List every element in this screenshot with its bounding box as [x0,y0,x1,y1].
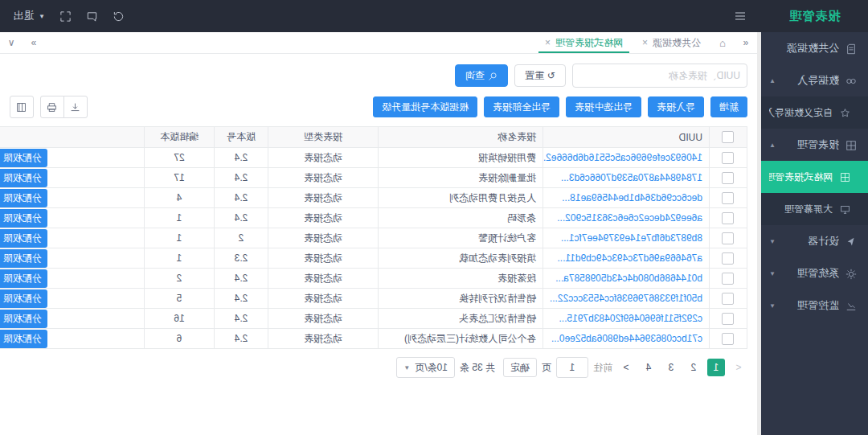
assign-permission-button[interactable]: 分配权限 [0,289,47,308]
fullscreen-icon[interactable] [59,10,72,23]
page-button-1[interactable]: 1 [707,359,725,376]
sidebar-item-big-screen-management[interactable]: 大屏幕管理 [761,193,868,225]
assign-permission-button[interactable]: 分配权限 [0,149,47,167]
tab-grid-report-management[interactable]: 网格式报表管理 × [535,32,633,53]
column-header-uuid: UUID [543,127,710,148]
chevron-up-icon: ▲ [769,77,776,84]
home-tab-icon[interactable]: ⌂ [710,37,735,49]
assign-permission-button[interactable]: 分配权限 [0,249,47,268]
download-icon[interactable] [63,96,88,118]
uuid-link[interactable]: a6ee924dece2c6e6c36315c902... [557,212,702,224]
sidebar-item-label: 自定义数据导入 [769,106,833,120]
top-navbar: ▼ 退出 [0,0,761,32]
row-checkbox[interactable] [723,172,735,184]
uuid-link[interactable]: a764669a96d73c493c49cb9d11... [557,252,702,264]
uuid-link[interactable]: 17849844a870a539d7066c6d3... [561,172,702,183]
close-icon[interactable]: × [545,37,551,48]
sidebar-item-custom-data-import[interactable]: 自定义数据导入 [761,96,868,129]
tab-options-chevron-icon[interactable]: ∨ [0,37,23,48]
row-checkbox[interactable] [723,152,735,164]
message-icon[interactable] [86,10,98,23]
assign-permission-button[interactable]: 分配权限 [0,229,47,248]
uuid-link[interactable]: c71bcc08639644ed9806ab52ee0... [551,333,702,344]
export-all-button[interactable]: 导出全部报表 [484,96,559,117]
sidebar-item-grid-report-management[interactable]: 网格式报表管理 [761,161,868,193]
import-report-button[interactable]: 导入报表 [648,96,704,117]
search-icon [488,70,497,81]
sidebar-item-label: 监控管理 [776,298,839,313]
search-input[interactable] [572,64,747,88]
row-checkbox[interactable] [723,273,735,285]
uuid-link[interactable]: b50f1f93386796936fcc4553ccc22... [550,293,702,304]
select-all-checkbox[interactable] [723,131,735,143]
sidebar-collapse-icon[interactable] [734,10,747,23]
edit-version-cell: 6 [145,329,215,349]
sidebar: 报表管理 公共数据源 数据导入 ▲ 自定义数据导入 报表管理 ▲ 网格式报表管理… [761,0,868,435]
document-icon [844,42,857,55]
edit-version-cell: 5 [145,289,215,309]
page-button-2[interactable]: 2 [685,359,702,376]
add-button[interactable]: 新增 [710,96,747,117]
search-button[interactable]: 查询 [455,64,508,87]
sidebar-item-system-management[interactable]: 系统管理 ▼ [761,257,868,289]
row-checkbox[interactable] [723,232,735,244]
batch-upgrade-by-version-button[interactable]: 根据版本号批量升级 [373,96,477,117]
table-row: a764669a96d73c493c49cb9d11... 填报列表动态加载 动… [0,248,747,269]
row-checkbox[interactable] [723,192,735,204]
assign-permission-button[interactable]: 分配权限 [0,209,47,228]
version-cell: 2.4 [215,188,268,208]
assign-permission-button[interactable]: 分配权限 [0,310,47,328]
version-cell: 2.4 [215,148,268,168]
column-settings-icon[interactable] [10,96,34,118]
report-type-cell: 动态报表 [268,329,379,349]
pagination: < 1 2 3 4 > 前往 页 确定 共 35 条 10条/页 ▼ [10,357,747,378]
sidebar-item-monitor-management[interactable]: 监控管理 ▼ [761,289,868,322]
prev-page-arrow[interactable]: < [730,359,747,376]
sidebar-item-data-import[interactable]: 数据导入 ▲ [761,64,868,96]
row-checkbox[interactable] [723,252,735,265]
printer-icon[interactable] [40,96,64,118]
confirm-page-button[interactable]: 确定 [503,358,537,377]
row-checkbox[interactable] [723,333,735,345]
page-jump-input[interactable] [556,357,588,378]
logout-menu[interactable]: ▼ 退出 [13,9,45,23]
next-page-arrow[interactable]: > [617,359,635,376]
report-type-cell: 动态报表 [268,168,379,188]
row-checkbox[interactable] [723,212,735,224]
refresh-icon: ↻ [547,70,555,81]
reset-button[interactable]: ↻ 重置 [514,64,566,87]
close-icon[interactable]: × [642,37,648,48]
uuid-link[interactable]: c292f511f6960469f20483b7915... [559,313,702,324]
uuid-link[interactable]: b0144686b080d4c43d5098587a... [555,273,702,284]
page-button-3[interactable]: 3 [662,359,680,376]
page-button-4[interactable]: 4 [640,359,657,376]
sidebar-item-designer[interactable]: 设计器 ▼ [761,225,868,257]
uuid-link[interactable]: 8b9873d6fb7e14e93794ee7fc1... [561,232,702,244]
edit-version-cell: 1 [145,228,215,248]
row-checkbox[interactable] [723,293,735,305]
assign-permission-button[interactable]: 分配权限 [0,269,47,288]
report-name-cell: 人员按月费用动态列 [379,188,543,208]
sidebar-item-public-datasource[interactable]: 公共数据源 [761,32,868,64]
sidebar-item-label: 网格式报表管理 [769,170,833,184]
tab-public-datasource[interactable]: 公共数据源 × [633,32,710,53]
assign-permission-button[interactable]: 分配权限 [0,330,47,348]
page-size-select[interactable]: 10条/页 ▼ [396,357,455,378]
table-row: c292f511f6960469f20483b7915... 销售情况汇总表头 … [0,309,747,329]
row-checkbox[interactable] [723,313,735,325]
logout-label: 退出 [13,9,34,23]
assign-permission-button[interactable]: 分配权限 [0,169,47,187]
uuid-link[interactable]: 140693cefe9696ca5c5516d6b666e2... [543,152,703,163]
tab-bar: « ⌂ 公共数据源 × 网格式报表管理 × » ∨ [0,32,757,54]
version-cell: 2 [215,228,268,248]
scroll-tabs-left-icon[interactable]: « [735,37,757,48]
export-selected-button[interactable]: 导出选中报表 [566,96,641,117]
assign-permission-button[interactable]: 分配权限 [0,189,47,207]
scroll-tabs-right-icon[interactable]: » [23,37,45,48]
refresh-icon[interactable] [113,10,125,23]
version-cell: 2.4 [215,329,268,349]
report-type-cell: 动态报表 [268,148,379,168]
sidebar-item-report-management[interactable]: 报表管理 ▲ [761,129,868,161]
uuid-link[interactable]: dec6cc96d364b1be44569ae18... [562,192,702,203]
table-row: 8b9873d6fb7e14e93794ee7fc1... 客户统计预警 动态报… [0,228,747,248]
